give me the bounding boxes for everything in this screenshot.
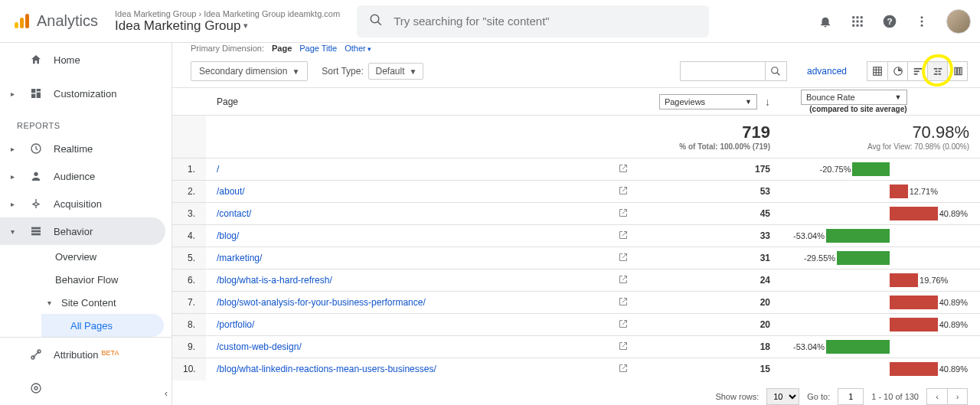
brand-text: Analytics [37, 12, 98, 30]
svg-point-16 [921, 16, 923, 18]
table-filter-input[interactable] [681, 66, 765, 77]
more-vert-icon[interactable] [914, 14, 929, 29]
dashboard-icon [29, 87, 43, 100]
side-nav: Home ▸ Customization REPORTS ▸ Realtime … [0, 43, 172, 405]
advanced-filter-link[interactable]: advanced [807, 66, 847, 77]
col-header-pageviews[interactable]: Pageviews▼ ↓ [643, 88, 781, 116]
view-performance-icon[interactable] [907, 62, 927, 80]
page-link[interactable]: /blog/ [217, 230, 239, 241]
page-link[interactable]: /blog/what-linkedin-reactions-mean-users… [217, 364, 436, 374]
col-header-bounce-rate[interactable]: Bounce Rate▼ (compared to site average) [781, 88, 980, 116]
bounce-rate-cell: 40.89% [781, 292, 980, 314]
total-bounce-rate: 70.98% [792, 122, 969, 142]
nav-acquisition[interactable]: ▸ Acquisition [0, 190, 172, 217]
svg-rect-0 [15, 22, 18, 28]
search-input[interactable] [392, 14, 697, 28]
pageviews-cell: 45 [643, 203, 781, 225]
svg-point-17 [921, 20, 923, 22]
view-pivot-icon[interactable] [947, 62, 967, 80]
open-in-new-icon[interactable] [619, 319, 628, 331]
bell-icon[interactable] [818, 14, 833, 29]
open-in-new-icon[interactable] [619, 275, 628, 286]
nav-home[interactable]: Home [0, 43, 172, 77]
total-pageviews: 719 [654, 122, 770, 142]
bounce-rate-cell: 40.89% [781, 358, 980, 381]
svg-rect-5 [852, 16, 854, 18]
open-in-new-icon[interactable] [619, 230, 628, 242]
nav-realtime[interactable]: ▸ Realtime [0, 135, 172, 162]
table-row: 4./blog/33-53.04% [172, 225, 980, 247]
svg-rect-41 [913, 70, 919, 72]
svg-rect-40 [913, 68, 922, 70]
view-data-table-icon[interactable] [867, 62, 887, 80]
sort-down-icon[interactable]: ↓ [765, 96, 770, 108]
page-link[interactable]: / [217, 164, 219, 175]
collapse-sidebar-icon[interactable]: ‹ [160, 387, 172, 399]
page-link[interactable]: /marketing/ [217, 253, 262, 263]
svg-point-3 [371, 15, 379, 23]
subnav-behavior-flow[interactable]: Behavior Flow [41, 268, 172, 291]
page-link[interactable]: /portfolio/ [217, 319, 254, 330]
svg-point-18 [921, 24, 923, 26]
table-row: 8./portfolio/2040.89% [172, 314, 980, 336]
pageviews-metric-select[interactable]: Pageviews▼ [659, 94, 757, 109]
table-pager: Show rows: 10 Go to: 1 - 10 of 130 ‹ › [172, 381, 980, 406]
pager-rows-select[interactable]: 10 [766, 388, 799, 405]
nav-audience[interactable]: ▸ Audience [0, 162, 172, 190]
apps-icon[interactable] [850, 14, 865, 29]
svg-rect-13 [861, 24, 863, 26]
primary-dimension-other[interactable]: Other [345, 44, 371, 53]
page-link[interactable]: /contact/ [217, 208, 251, 219]
view-percentage-icon[interactable] [887, 62, 907, 80]
nav-customization[interactable]: ▸ Customization [0, 77, 172, 110]
pageviews-cell: 31 [643, 247, 781, 269]
bounce-rate-metric-select[interactable]: Bounce Rate▼ [801, 90, 907, 105]
open-in-new-icon[interactable] [619, 208, 628, 220]
account-avatar[interactable] [946, 9, 971, 34]
open-in-new-icon[interactable] [619, 341, 628, 353]
totals-row: 719 % of Total: 100.00% (719) 70.98% Avg… [172, 116, 980, 158]
bounce-rate-cell: -53.04% [781, 225, 980, 247]
page-link[interactable]: /blog/swot-analysis-for-your-business-pe… [217, 297, 426, 308]
view-comparison-icon[interactable] [927, 62, 947, 80]
analytics-logo-icon [12, 12, 31, 31]
open-in-new-icon[interactable] [619, 364, 628, 375]
pager-prev-icon[interactable]: ‹ [927, 389, 947, 404]
svg-text:?: ? [887, 16, 892, 26]
top-bar-actions: ? [818, 9, 971, 34]
open-in-new-icon[interactable] [619, 186, 628, 198]
open-in-new-icon[interactable] [619, 297, 628, 309]
svg-rect-21 [37, 93, 41, 98]
nav-behavior[interactable]: ▾ Behavior [0, 217, 165, 245]
property-selector[interactable]: Idea Marketing Group › Idea Marketing Gr… [107, 6, 348, 37]
sort-type-select[interactable]: Default▼ [368, 63, 423, 80]
svg-rect-50 [957, 67, 959, 74]
open-in-new-icon[interactable] [619, 253, 628, 264]
primary-dimension-page-title[interactable]: Page Title [299, 44, 337, 53]
pageviews-cell: 33 [643, 225, 781, 247]
nav-attribution[interactable]: AttributionBETA [0, 338, 172, 371]
reports-header: REPORTS [0, 110, 172, 135]
nav-discover[interactable] [0, 371, 172, 405]
col-header-page[interactable]: Page [206, 88, 643, 116]
page-link[interactable]: /blog/what-is-a-hard-refresh/ [217, 275, 332, 286]
report-table: Page Pageviews▼ ↓ Bounce Rate▼ [172, 87, 980, 381]
primary-dimension-active[interactable]: Page [272, 44, 292, 53]
table-filter-search-icon[interactable] [765, 62, 786, 80]
page-link[interactable]: /about/ [217, 186, 245, 197]
bounce-rate-cell: 40.89% [781, 314, 980, 336]
pager-goto-input[interactable] [838, 388, 864, 405]
subnav-site-content[interactable]: Site Content [41, 291, 172, 314]
chevron-down-icon: ▾ [243, 21, 248, 31]
global-search[interactable] [357, 5, 709, 38]
home-icon [29, 53, 43, 67]
secondary-dimension-select[interactable]: Secondary dimension▼ [191, 61, 308, 81]
pager-next-icon[interactable]: › [947, 389, 967, 404]
open-in-new-icon[interactable] [619, 164, 628, 175]
subnav-all-pages[interactable]: All Pages [41, 314, 164, 337]
svg-rect-22 [31, 94, 35, 98]
table-view-toggle [867, 61, 968, 81]
help-icon[interactable]: ? [882, 14, 897, 29]
subnav-overview[interactable]: Overview [41, 245, 172, 268]
page-link[interactable]: /custom-web-design/ [217, 341, 302, 352]
